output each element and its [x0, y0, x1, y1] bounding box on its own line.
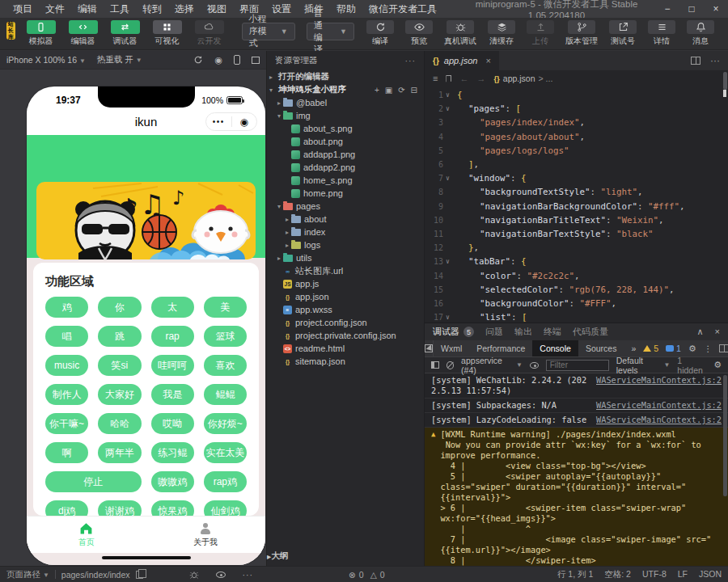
- 预览-button[interactable]: 预览: [405, 20, 433, 47]
- code-area[interactable]: 1∨{2∨"pages": [3"pages/index/index",4"pa…: [425, 86, 728, 323]
- breadcrumb[interactable]: {} app.json > ...: [493, 74, 552, 83]
- more-tabs-button[interactable]: »: [624, 340, 643, 356]
- mode-select[interactable]: 小程序模式▼: [242, 23, 295, 40]
- func-button-哎呦[interactable]: 哎呦: [151, 413, 194, 434]
- menu-文件[interactable]: 文件: [39, 2, 71, 16]
- func-button-笑si[interactable]: 笑si: [98, 355, 141, 376]
- inspect-element-icon[interactable]: [425, 340, 434, 356]
- clear-console-icon[interactable]: [447, 361, 454, 369]
- func-button-你[interactable]: 你: [98, 297, 141, 318]
- tree-item-img[interactable]: ▾img: [267, 109, 424, 122]
- tree-item-home_s.png[interactable]: home_s.png: [267, 174, 424, 187]
- devtools-tab-Wxml[interactable]: Wxml: [434, 340, 469, 356]
- menu-帮助[interactable]: 帮助: [330, 2, 362, 16]
- forward-icon[interactable]: →: [476, 74, 485, 83]
- tree-item-home.png[interactable]: home.png: [267, 187, 424, 200]
- func-button-两年半[interactable]: 两年半: [98, 442, 141, 463]
- eye-icon[interactable]: [216, 571, 226, 578]
- tree-item-about[interactable]: ▸about: [267, 213, 424, 226]
- close-panel-icon[interactable]: ×: [715, 327, 720, 337]
- 真机调试-button[interactable]: 真机调试: [444, 20, 476, 47]
- tab-app-json[interactable]: {} app.json ×: [425, 51, 499, 70]
- func-button-你干嘛~[interactable]: 你干嘛~: [45, 413, 88, 434]
- device-select[interactable]: iPhone X 100% 16 ▼: [6, 55, 86, 65]
- func-button-music[interactable]: music: [45, 355, 88, 376]
- bookmark-icon[interactable]: [446, 75, 451, 82]
- func-button-啊[interactable]: 啊: [45, 442, 88, 463]
- log-levels-select[interactable]: Default levels▼: [616, 356, 671, 375]
- source-link[interactable]: WAServiceMainContext.js:2: [596, 415, 722, 425]
- outline-section[interactable]: ▸大纲: [267, 550, 424, 563]
- tree-item-about.png[interactable]: about.png: [267, 135, 424, 148]
- problems-indicator[interactable]: ⊗0 △0: [349, 570, 385, 580]
- hot-reload-select[interactable]: 热重载 开 ▼: [97, 54, 142, 65]
- zhanzhangku-logo-icon[interactable]: 站长库: [6, 22, 15, 40]
- func-button-哈哈[interactable]: 哈哈: [98, 413, 141, 434]
- page-path-select[interactable]: 页面路径 ▼: [6, 569, 49, 580]
- menu-视图[interactable]: 视图: [201, 2, 233, 16]
- menu-项目[interactable]: 项目: [6, 2, 39, 16]
- editor-more-button[interactable]: ···: [710, 55, 720, 66]
- devtools-tab-Sources[interactable]: Sources: [578, 340, 624, 356]
- status-item[interactable]: 空格: 2: [604, 569, 631, 580]
- 详情-button[interactable]: 详情: [648, 20, 675, 47]
- console-sidebar-icon[interactable]: [431, 361, 439, 369]
- 清缓存-button[interactable]: 清缓存: [488, 20, 515, 47]
- project-root[interactable]: ▾坤坤鸡乐盒小程序 +▣⟳⊟: [267, 83, 424, 96]
- panel-tab-终端[interactable]: 终端: [544, 326, 561, 338]
- func-button-太[interactable]: 太: [151, 297, 194, 318]
- panel-tab-输出[interactable]: 输出: [514, 326, 532, 338]
- func-button-rap鸡[interactable]: rap鸡: [204, 471, 247, 492]
- func-button-大家好[interactable]: 大家好: [98, 384, 141, 405]
- func-button-美[interactable]: 美: [204, 297, 247, 318]
- devtools-settings-icon[interactable]: ⚙: [688, 344, 696, 354]
- menu-选择[interactable]: 选择: [168, 2, 201, 16]
- func-button-喜欢[interactable]: 喜欢: [204, 355, 247, 376]
- menu-转到[interactable]: 转到: [136, 2, 168, 16]
- undock-icon[interactable]: [719, 344, 728, 352]
- context-select[interactable]: appservice (#4)▼: [461, 356, 523, 375]
- tree-item-sitemap.json[interactable]: {}sitemap.json: [267, 355, 424, 368]
- project-action-icon[interactable]: ⟳: [398, 86, 404, 95]
- func-button-制作人[interactable]: 制作人: [45, 384, 88, 405]
- editor-scrollbar[interactable]: [723, 72, 727, 90]
- func-button-鸡[interactable]: 鸡: [45, 297, 88, 318]
- minimize-button[interactable]: −: [655, 0, 679, 18]
- menu-设置[interactable]: 设置: [265, 2, 298, 16]
- message-indicator[interactable]: 1: [666, 344, 681, 353]
- menu-编辑[interactable]: 编辑: [71, 2, 104, 16]
- console-output[interactable]: [system] WeChatLib: 2.24.2 (2022.5.13 11…: [425, 373, 728, 566]
- tab-about[interactable]: 关于我: [146, 517, 266, 553]
- close-button[interactable]: ×: [704, 0, 728, 18]
- panel-tab-代码质量[interactable]: 代码质量: [573, 326, 608, 338]
- menu-微信开发者工具[interactable]: 微信开发者工具: [362, 2, 443, 16]
- maximize-button[interactable]: □: [679, 0, 704, 18]
- live-expression-icon[interactable]: [530, 362, 539, 369]
- console-settings-icon[interactable]: ⚙: [713, 360, 722, 370]
- tree-item-index[interactable]: ▸index: [267, 226, 424, 238]
- back-icon[interactable]: ←: [459, 74, 468, 83]
- status-item[interactable]: LF: [678, 569, 688, 580]
- record-icon[interactable]: ◉: [214, 55, 222, 65]
- tree-item-app.json[interactable]: {}app.json: [267, 290, 424, 303]
- console-filter-input[interactable]: [546, 360, 609, 371]
- func-button-惊呆鸡[interactable]: 惊呆鸡: [151, 500, 194, 516]
- panel-tab-调试器[interactable]: 调试器5: [433, 326, 474, 338]
- devtools-tab-Console[interactable]: Console: [532, 340, 578, 356]
- more-menu-button[interactable]: •••: [206, 117, 231, 126]
- func-button-谢谢鸡[interactable]: 谢谢鸡: [98, 500, 141, 516]
- collapse-panel-icon[interactable]: ∧: [697, 327, 704, 337]
- func-button-dj鸡[interactable]: dj鸡: [45, 500, 88, 516]
- tree-item-about_s.png[interactable]: about_s.png: [267, 122, 424, 135]
- func-button-嗷嗷鸡[interactable]: 嗷嗷鸡: [151, 471, 194, 492]
- 版本管理-button[interactable]: 版本管理: [565, 20, 598, 47]
- func-button-你好烦~[interactable]: 你好烦~: [204, 413, 247, 434]
- status-item[interactable]: 行 1, 列 1: [557, 569, 593, 580]
- tree-item-addapp2.png[interactable]: addapp2.png: [267, 161, 424, 174]
- device-frame-icon[interactable]: [234, 55, 240, 65]
- func-button-跳[interactable]: 跳: [98, 326, 141, 347]
- devtools-menu-icon[interactable]: ⋮: [704, 344, 713, 353]
- toggle-可视化[interactable]: 可视化: [150, 20, 184, 47]
- project-action-icon[interactable]: +: [375, 86, 379, 95]
- func-button-仙剑鸡[interactable]: 仙剑鸡: [204, 500, 247, 516]
